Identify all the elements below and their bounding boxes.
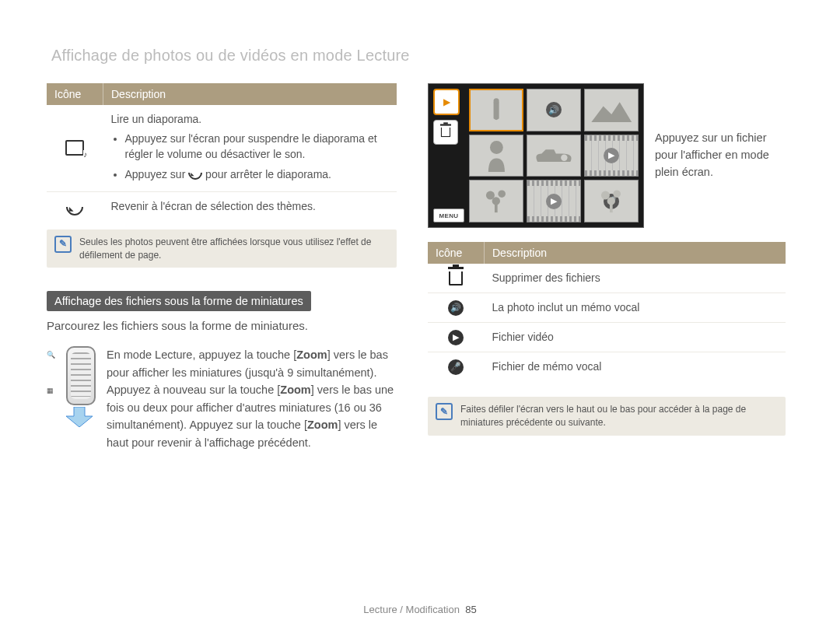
row-video-desc: Fichier vidéo	[485, 323, 786, 352]
col-header-icon: Icône	[428, 242, 485, 264]
right-column: ▶ MENU 🔊 ▶ ▶ 🎤	[428, 83, 786, 451]
speaker-icon: 🔊	[448, 300, 464, 316]
thumbnail	[527, 135, 581, 177]
section-description: Parcourez les fichiers sous la forme de …	[47, 319, 397, 332]
thumbnail	[469, 180, 523, 222]
zoom-instruction-block: 🔍 ▦ En mode Lecture, appuyez la touche […	[47, 346, 397, 451]
note-left: ✎ Seules les photos peuvent être affiché…	[47, 229, 397, 268]
zoom-instruction-text: En mode Lecture, appuyez la touche [Zoom…	[107, 346, 397, 451]
thumbnail-video: ▶	[584, 135, 639, 177]
thumbnail-screenshot: ▶ MENU 🔊 ▶ ▶ 🎤	[428, 83, 644, 228]
zoom-switch-illustration	[66, 346, 96, 405]
page-title: Affichage de photos ou de vidéos en mode…	[51, 47, 793, 65]
note-icon: ✎	[54, 236, 72, 253]
play-icon: ▶	[448, 330, 464, 345]
page-footer: Lecture / Modification 85	[0, 604, 840, 615]
note-right: ✎ Faites défiler l'écran vers le haut ou…	[428, 397, 786, 436]
shot-delete-button	[433, 120, 458, 145]
svg-point-3	[561, 154, 567, 160]
col-header-desc: Description	[103, 83, 397, 105]
slideshow-icon	[65, 140, 84, 156]
thumbnail-video: ▶	[527, 180, 581, 222]
trash-icon	[449, 271, 463, 285]
thumbnail: 🔊	[527, 89, 581, 131]
memo-icon: 🎤	[448, 359, 464, 375]
section-heading: Affichage des fichiers sous la forme de …	[47, 291, 311, 311]
back-icon	[63, 194, 87, 219]
svg-point-9	[614, 191, 621, 198]
left-column: Icône Description Lire un diaporama. App…	[47, 83, 397, 451]
svg-rect-11	[610, 201, 613, 213]
thumbnail	[584, 89, 639, 131]
icon-table-left: Icône Description Lire un diaporama. App…	[47, 83, 397, 222]
row-delete-desc: Supprimer des fichiers	[485, 264, 786, 293]
icon-table-right: Icône Description Supprimer des fichiers…	[428, 242, 786, 381]
row-memo-photo-desc: La photo inclut un mémo vocal	[485, 293, 786, 323]
note-icon: ✎	[436, 403, 453, 420]
thumbnail: 🎤	[584, 180, 639, 222]
row-memo-file-desc: Fichier de mémo vocal	[485, 352, 786, 382]
svg-marker-0	[66, 407, 93, 427]
zoom-label-bottom: ▦	[47, 387, 55, 394]
svg-rect-7	[495, 201, 498, 213]
col-header-desc: Description	[485, 242, 786, 264]
row-slideshow-desc: Lire un diaporama. Appuyez sur l'écran p…	[103, 105, 397, 191]
shot-menu-button: MENU	[433, 208, 464, 222]
svg-point-5	[499, 191, 506, 198]
col-header-icon: Icône	[47, 83, 103, 105]
screenshot-caption: Appuyez sur un fichier pour l'afficher e…	[655, 130, 779, 180]
down-arrow-icon	[66, 407, 93, 427]
thumbnail	[469, 135, 523, 177]
thumbnail	[469, 89, 523, 131]
svg-point-2	[490, 141, 503, 154]
row-back-desc: Revenir à l'écran de sélection des thème…	[103, 191, 397, 222]
zoom-label-top: 🔍	[47, 351, 55, 359]
svg-point-1	[493, 98, 499, 103]
shot-slideshow-button: ▶	[433, 89, 460, 115]
